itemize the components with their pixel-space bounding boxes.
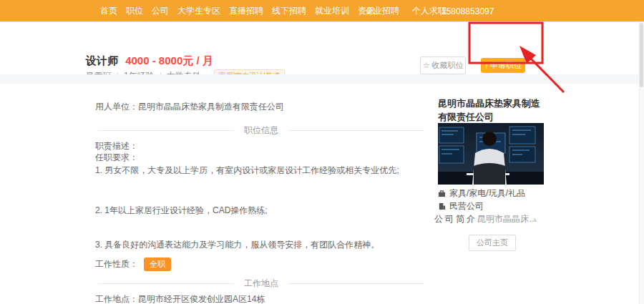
work-nature-label: 工作性质： (95, 259, 138, 269)
arrow-up-icon: ↑ (484, 62, 489, 70)
nav-item-employer[interactable]: 企业招聘 (365, 5, 399, 17)
company-industry: 家具/家电/玩具/礼品 (449, 187, 525, 200)
nav-links: 首页 职位 公司 大学生专区 直播招聘 线下招聘 就业培训 资讯 (100, 0, 375, 21)
company-photo[interactable] (438, 123, 544, 185)
company-type: 民营公司 (449, 200, 484, 212)
company-intro-text: 昆明市晶晶床垫家... (477, 213, 539, 225)
job-title-row: 设计师 4000 - 8000元 / 月 (86, 54, 213, 68)
collect-job-label: 收藏职位 (431, 60, 463, 71)
job-info-card: 用人单位：昆明市晶晶床垫家具制造有限责任公司 职位信息 职责描述： 任职要求： … (0, 84, 644, 304)
address-line: 工作地点：昆明市经开区俊发创业园A区14栋 (95, 293, 265, 304)
nav-item-offline-recruit[interactable]: 线下招聘 (272, 5, 306, 17)
nav-item-companies[interactable]: 公司 (152, 5, 169, 17)
building-icon (438, 202, 446, 210)
apply-job-label: 申请职位 (490, 60, 522, 71)
desc-label: 职责描述： (95, 140, 138, 152)
section-divider-location: 工作地点 (98, 278, 424, 290)
company-type-row: 民营公司 (438, 200, 484, 212)
divider-line (288, 130, 424, 131)
nav-item-live-recruit[interactable]: 直播招聘 (229, 5, 263, 17)
company-name[interactable]: 昆明市晶晶床垫家具制造有限责任公司 (438, 97, 545, 124)
apply-job-button[interactable]: ↑ 申请职位 (481, 58, 525, 73)
job-title: 设计师 (86, 54, 118, 67)
company-home-button[interactable]: 公司主页 (469, 235, 516, 251)
requirement-item: 1. 男女不限，大专及以上学历，有室内设计或家居设计工作经验或相关专业优先; (95, 165, 399, 177)
employer-line: 用人单位：昆明市晶晶床垫家具制造有限责任公司 (95, 101, 284, 113)
page-scrollbar[interactable] (639, 21, 644, 304)
top-navbar: 首页 职位 公司 大学生专区 直播招聘 线下招聘 就业培训 资讯 企业招聘 个人… (0, 0, 644, 21)
section-gap (0, 74, 644, 84)
divider-line (98, 283, 234, 284)
job-header-card: 设计师 4000 - 8000元 / 月 呈贡区 1年经验 大学专科 家居|室内… (0, 21, 644, 74)
section-title-job-info: 职位信息 (234, 124, 288, 137)
collect-job-button[interactable]: ☆ 收藏职位 (420, 57, 466, 74)
divider-line (98, 130, 234, 131)
company-industry-row: 家具/家电/玩具/礼品 (438, 187, 525, 200)
service-phone: 15808853097 (441, 6, 494, 16)
divider-line (288, 283, 424, 284)
chevron-right-icon: › (533, 214, 536, 225)
work-nature-row: 工作性质：全职 (95, 258, 171, 271)
requirement-item: 3. 具备良好的沟通表达能力及学习能力，服从领导安排，有团队合作精神。 (95, 239, 379, 251)
nav-item-home[interactable]: 首页 (100, 5, 117, 17)
star-icon: ☆ (423, 61, 430, 70)
scrollbar-thumb[interactable] (640, 23, 643, 87)
nav-item-training[interactable]: 就业培训 (315, 5, 349, 17)
job-detail-page: 首页 职位 公司 大学生专区 直播招聘 线下招聘 就业培训 资讯 企业招聘 个人… (0, 0, 644, 304)
req-label: 任职要求： (95, 152, 138, 164)
company-intro-link[interactable]: 公司简介 昆明市晶晶床垫家... › (434, 213, 542, 225)
work-nature-badge: 全职 (144, 258, 171, 271)
requirement-item: 2. 1年以上家居行业设计经验，CAD操作熟练; (95, 205, 268, 217)
nav-item-students[interactable]: 大学生专区 (177, 5, 220, 17)
nav-item-jobs[interactable]: 职位 (126, 5, 143, 17)
job-salary: 4000 - 8000元 / 月 (125, 54, 213, 67)
company-intro-label: 公司简介 (434, 213, 477, 225)
industry-icon (438, 190, 446, 197)
section-divider-job-info: 职位信息 (98, 124, 424, 137)
section-title-location: 工作地点 (234, 278, 288, 290)
